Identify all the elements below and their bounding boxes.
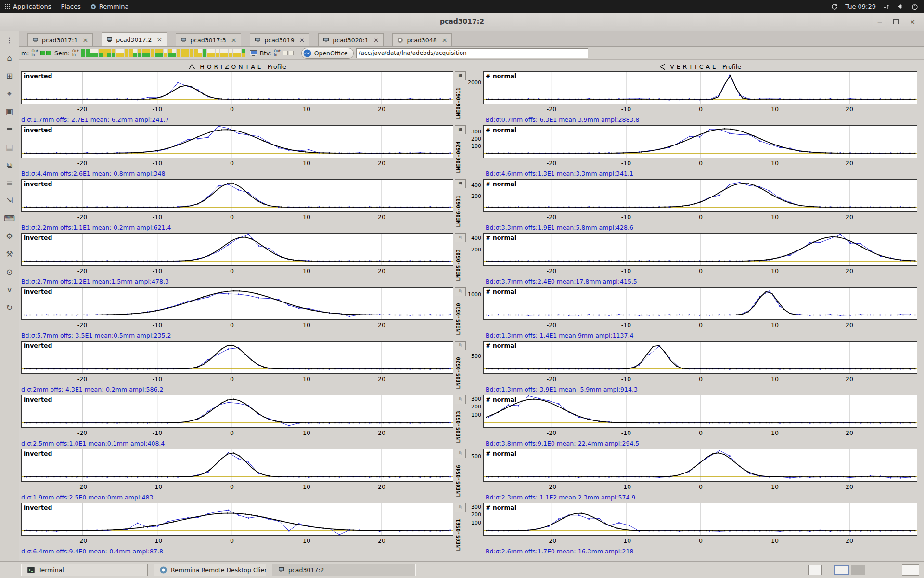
y-axis-tick: 1000 [462, 291, 481, 298]
vertical-plot-LNE06-0611[interactable] [483, 71, 917, 104]
fullscreen-icon[interactable]: ▣ [3, 105, 16, 118]
multi-monitor-icon[interactable]: ⧉ [3, 158, 16, 171]
x-axis-tick: 20 [371, 375, 392, 382]
tab-close-icon[interactable]: × [299, 36, 305, 44]
detach-window-icon[interactable]: ⇲ [3, 194, 16, 207]
remmina-app-menu[interactable]: Remmina [86, 0, 134, 13]
btv-status-leds [283, 51, 294, 55]
x-axis-tick: -20 [541, 321, 562, 328]
taskbar-window-pcad3017:2[interactable]: pcad3017:2 [272, 564, 416, 576]
sem-segment [99, 53, 103, 57]
x-axis-tick: -20 [541, 159, 562, 167]
openoffice-button[interactable]: OpenOffice [301, 48, 354, 59]
preferences-icon[interactable]: ⚙ [3, 230, 16, 243]
keyboard-grab-icon[interactable]: ⌨ [3, 212, 16, 225]
horizontal-plot-LNE05-0503[interactable] [21, 233, 453, 266]
vertical-fit-stats: Bd:σ:1.3mm offs:-1.4E1 mean:9mm ampl:113… [486, 332, 633, 339]
x-axis-tick: 20 [371, 483, 392, 490]
x-axis-tick: -20 [72, 375, 93, 382]
home-icon[interactable]: ⌂ [3, 52, 16, 65]
path-input[interactable]: /acc/java/data/lna/adebds/acquisition [356, 48, 588, 58]
tab-close-icon[interactable]: × [157, 36, 163, 43]
vertical-plot-LNE05-0561[interactable] [483, 503, 917, 536]
tab-close-icon[interactable]: × [231, 36, 237, 44]
gnome-top-bar: Applications Places Remmina Tue 09:29 [0, 0, 924, 13]
workspace-area [808, 564, 919, 576]
tab-pcad3019[interactable]: pcad3019× [250, 33, 309, 46]
taskbar-window-Terminal[interactable]: Terminal [21, 564, 148, 576]
plot-mode-label: inverted [24, 180, 52, 187]
disconnected-icon [397, 37, 403, 43]
maximize-button[interactable] [890, 16, 902, 27]
power-icon[interactable] [911, 3, 918, 10]
tab-pcad3017:2[interactable]: pcad3017:2× [102, 32, 167, 46]
remote-monitor-icon [323, 37, 329, 43]
tab-close-icon[interactable]: × [373, 36, 379, 44]
vertical-plot-LNE05-0510[interactable] [483, 287, 917, 320]
sem-segment [168, 49, 172, 53]
tab-label: pcad3048 [407, 37, 436, 44]
tab-close-icon[interactable]: × [442, 36, 448, 44]
tray-box[interactable] [808, 565, 822, 575]
tools-icon[interactable]: ⚒ [3, 248, 16, 261]
sem-segment [233, 49, 237, 53]
close-button[interactable]: × [907, 16, 918, 27]
horizontal-plot-LNE05-0510[interactable] [21, 287, 453, 320]
tab-pcad3020:1[interactable]: pcad3020:1× [318, 33, 384, 46]
collapse-toolbar-icon[interactable]: ∨ [3, 283, 16, 296]
sem-segment [86, 53, 90, 57]
applications-menu[interactable]: Applications [0, 0, 56, 13]
tab-close-icon[interactable]: × [82, 36, 88, 44]
horizontal-plot-LNE05-0533[interactable] [21, 395, 453, 428]
fit-window-icon[interactable]: ⌖ [3, 87, 16, 100]
minimize-button[interactable]: − [874, 16, 886, 27]
kebab-menu-icon[interactable]: ⋮ [3, 34, 16, 47]
screenshot-icon[interactable]: ⊙ [3, 265, 16, 278]
sem-segment [142, 49, 146, 53]
workspace-2[interactable] [851, 565, 865, 575]
workspace-1[interactable] [834, 565, 849, 575]
sem-segment [203, 53, 206, 57]
vertical-plot-LNE06-0624[interactable] [483, 125, 917, 158]
vertical-plot-LNE05-0520[interactable] [483, 341, 917, 374]
sem-segment [229, 49, 232, 53]
plot-mode-label: inverted [24, 504, 52, 511]
tab-pcad3048[interactable]: pcad3048× [392, 33, 452, 46]
dynamic-resolution-icon[interactable]: ▤ [3, 141, 16, 154]
horizontal-plot-LNE05-0561[interactable] [21, 503, 453, 536]
window-titlebar[interactable]: pcad3017:2 − × [0, 13, 924, 31]
reconnect-icon[interactable]: ↻ [3, 301, 16, 314]
scaling-options-icon[interactable]: ≡ [3, 123, 16, 136]
clock[interactable]: Tue 09:29 [845, 3, 876, 10]
x-axis-tick: -20 [72, 429, 93, 436]
btv-out-in-label: OutIn [274, 49, 281, 57]
sem-segment [120, 49, 124, 53]
session-status-icon[interactable] [831, 3, 838, 10]
new-connection-icon[interactable]: ⊞ [3, 69, 16, 82]
monitor-name-label: LNE06-0611 [455, 82, 462, 125]
sem-segment [90, 49, 94, 53]
x-axis-tick: 10 [764, 321, 785, 328]
horizontal-plot-LNE06-0624[interactable] [21, 125, 453, 158]
horizontal-plot-LNE05-0546[interactable] [21, 449, 453, 482]
horizontal-plot-LNE05-0520[interactable] [21, 341, 453, 374]
vertical-plot-LNE05-0533[interactable] [483, 395, 917, 428]
x-axis-tick: 0 [690, 375, 711, 382]
volume-icon[interactable] [897, 3, 904, 10]
tab-pcad3017:1[interactable]: pcad3017:1× [27, 33, 93, 46]
horizontal-plot-LNE06-0611[interactable] [21, 71, 453, 104]
vertical-plot-LNE05-0546[interactable] [483, 449, 917, 482]
horizontal-plot-LNE06-0631[interactable] [21, 179, 453, 212]
vertical-plot-LNE06-0631[interactable] [483, 179, 917, 212]
profile-settings-button[interactable]: ≋ [455, 341, 466, 350]
vertical-plot-LNE05-0503[interactable] [483, 233, 917, 266]
view-options-icon[interactable]: ≡ [3, 176, 16, 189]
x-axis-tick: 10 [296, 321, 317, 328]
show-desktop-button[interactable] [902, 564, 919, 576]
x-axis-tick: -10 [147, 159, 168, 167]
x-axis-tick: 10 [764, 483, 785, 490]
places-menu[interactable]: Places [56, 0, 85, 13]
network-icon[interactable] [883, 4, 890, 10]
tab-pcad3017:3[interactable]: pcad3017:3× [176, 33, 241, 46]
taskbar-window-Remmina Remote Desktop Client[interactable]: Remmina Remote Desktop Client [154, 564, 266, 576]
